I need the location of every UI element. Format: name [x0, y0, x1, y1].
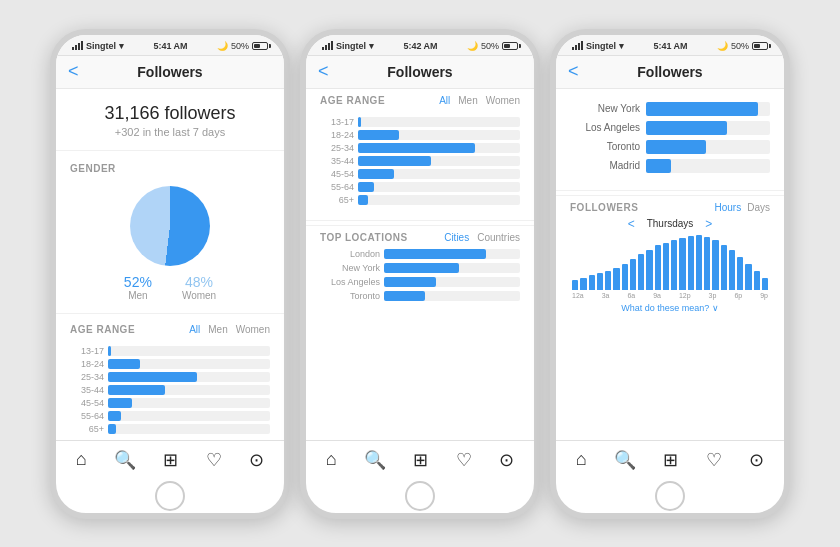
hour-bar	[754, 271, 760, 290]
age-filter-tabs-1[interactable]: All Men Women	[189, 324, 270, 335]
top-locations-label: TOP LOCATIONS	[320, 232, 444, 243]
city-name: Los Angeles	[570, 122, 640, 133]
city-list: New YorkLos AngelesTorontoMadrid	[556, 89, 784, 186]
content-1: 31,166 followers +302 in the last 7 days…	[56, 89, 284, 440]
city-row: New York	[570, 102, 770, 116]
add-icon-2[interactable]: ⊞	[413, 449, 428, 471]
carrier-2: Singtel ▾	[322, 41, 374, 51]
bottom-nav-2: ⌂ 🔍 ⊞ ♡ ⊙	[306, 440, 534, 477]
back-button-3[interactable]: <	[568, 61, 579, 82]
back-button-1[interactable]: <	[68, 61, 79, 82]
filter-women-1[interactable]: Women	[236, 324, 270, 335]
content-3: New YorkLos AngelesTorontoMadrid FOLLOWE…	[556, 89, 784, 440]
hour-label: 9p	[760, 292, 768, 299]
filter-men-1[interactable]: Men	[208, 324, 227, 335]
home-button-1[interactable]	[155, 481, 185, 511]
home-icon-1[interactable]: ⌂	[76, 449, 87, 470]
hour-bar	[745, 264, 751, 290]
age-label: 35-44	[70, 385, 104, 395]
search-icon-2[interactable]: 🔍	[364, 449, 386, 471]
heart-icon-2[interactable]: ♡	[456, 449, 472, 471]
hour-bar	[597, 273, 603, 289]
followers-growth: +302 in the last 7 days	[56, 126, 284, 138]
loc-cities-tab[interactable]: Cities	[444, 232, 469, 243]
back-button-2[interactable]: <	[318, 61, 329, 82]
hour-bar	[646, 250, 652, 290]
what-mean-link[interactable]: What do these mean? ∨	[570, 299, 770, 317]
hour-labels: 12a3a6a9a12p3p6p9p	[570, 290, 770, 299]
filter-all-2[interactable]: All	[439, 95, 450, 106]
profile-icon-3[interactable]: ⊙	[749, 449, 764, 471]
page-title-1: Followers	[137, 64, 202, 80]
age-row: 13-17	[320, 117, 520, 127]
hour-bar	[572, 280, 578, 289]
heart-icon-1[interactable]: ♡	[206, 449, 222, 471]
battery-1: 🌙 50%	[217, 41, 268, 51]
filter-men-2[interactable]: Men	[458, 95, 477, 106]
content-2: AGE RANGE All Men Women 13-1718-2425-343…	[306, 89, 534, 440]
hour-bar	[613, 268, 619, 289]
hour-bar	[580, 278, 586, 290]
next-day-button[interactable]: >	[705, 217, 712, 231]
home-button-2[interactable]	[405, 481, 435, 511]
add-icon-3[interactable]: ⊞	[663, 449, 678, 471]
home-icon-2[interactable]: ⌂	[326, 449, 337, 470]
followers-count: 31,166 followers +302 in the last 7 days	[56, 89, 284, 146]
followers-tabs[interactable]: Hours Days	[715, 202, 770, 213]
age-filter-tabs-2[interactable]: All Men Women	[439, 95, 520, 106]
filter-women-2[interactable]: Women	[486, 95, 520, 106]
hour-label: 3a	[602, 292, 610, 299]
pie-chart-visual	[130, 186, 210, 266]
heart-icon-3[interactable]: ♡	[706, 449, 722, 471]
age-label: 55-64	[320, 182, 354, 192]
age-bars-chart-1: 13-1718-2425-3435-4445-5455-6465+	[56, 339, 284, 440]
city-row: Madrid	[570, 159, 770, 173]
city-name: Madrid	[570, 160, 640, 171]
age-label: 13-17	[320, 117, 354, 127]
hour-bar	[589, 275, 595, 289]
prev-day-button[interactable]: <	[628, 217, 635, 231]
gender-women: 48% Women	[182, 274, 216, 301]
battery-3: 🌙 50%	[717, 41, 768, 51]
hour-bar	[638, 254, 644, 289]
age-row: 45-54	[70, 398, 270, 408]
filter-all-1[interactable]: All	[189, 324, 200, 335]
city-name: New York	[570, 103, 640, 114]
location-row: Los Angeles	[306, 275, 534, 289]
bottom-nav-1: ⌂ 🔍 ⊞ ♡ ⊙	[56, 440, 284, 477]
current-day: Thursdays	[647, 218, 694, 229]
hour-label: 9a	[653, 292, 661, 299]
home-button-3[interactable]	[655, 481, 685, 511]
age-row: 25-34	[70, 372, 270, 382]
age-range-header-2: AGE RANGE All Men Women	[306, 89, 534, 110]
home-icon-3[interactable]: ⌂	[576, 449, 587, 470]
add-icon-1[interactable]: ⊞	[163, 449, 178, 471]
profile-icon-1[interactable]: ⊙	[249, 449, 264, 471]
age-label: 55-64	[70, 411, 104, 421]
search-icon-3[interactable]: 🔍	[614, 449, 636, 471]
status-bar-1: Singtel ▾ 5:41 AM 🌙 50%	[56, 35, 284, 56]
location-bars: LondonNew YorkLos AngelesToronto	[306, 247, 534, 303]
time-1: 5:41 AM	[153, 41, 187, 51]
location-row: London	[306, 247, 534, 261]
hour-bar	[729, 250, 735, 290]
hour-bar	[721, 245, 727, 289]
hour-bar	[630, 259, 636, 289]
age-label: 65+	[70, 424, 104, 434]
tab-days[interactable]: Days	[747, 202, 770, 213]
gender-men: 52% Men	[124, 274, 152, 301]
age-row: 55-64	[70, 411, 270, 421]
loc-tabs[interactable]: Cities Countries	[444, 232, 520, 243]
age-row: 35-44	[320, 156, 520, 166]
wifi-icon-3: ▾	[619, 41, 624, 51]
location-name: London	[320, 249, 380, 259]
search-icon-1[interactable]: 🔍	[114, 449, 136, 471]
age-label: 45-54	[70, 398, 104, 408]
tab-hours[interactable]: Hours	[715, 202, 742, 213]
hour-bars-chart	[570, 235, 770, 290]
header-2: < Followers	[306, 56, 534, 89]
profile-icon-2[interactable]: ⊙	[499, 449, 514, 471]
loc-countries-tab[interactable]: Countries	[477, 232, 520, 243]
gender-chart: 52% Men 48% Women	[56, 178, 284, 309]
hour-label: 3p	[709, 292, 717, 299]
